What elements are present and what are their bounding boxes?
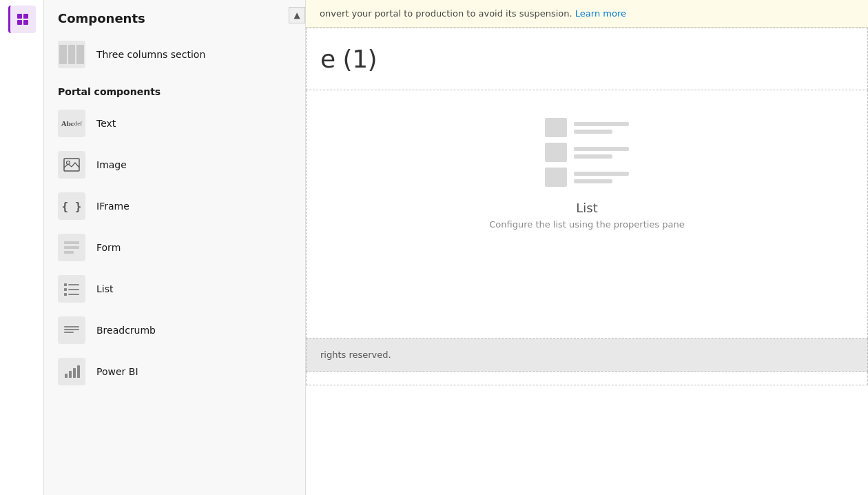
svg-rect-6 <box>64 241 79 244</box>
footer-text: rights reserved. <box>320 350 391 360</box>
component-item-list[interactable]: List <box>44 268 305 310</box>
col-bar-2 <box>68 45 76 64</box>
image-component-icon <box>58 151 85 179</box>
list-row-line-2b <box>574 154 612 159</box>
svg-rect-15 <box>64 329 79 330</box>
component-item-form[interactable]: Form <box>44 227 305 268</box>
svg-rect-3 <box>23 20 28 25</box>
components-panel: Components ▲ Three columns section Porta… <box>44 0 306 495</box>
banner-link[interactable]: Learn more <box>575 8 626 19</box>
component-item-image[interactable]: Image <box>44 144 305 185</box>
list-row-line-1b <box>574 130 612 134</box>
component-item-iframe[interactable]: { } IFrame <box>44 185 305 227</box>
list-row-3 <box>545 168 629 187</box>
svg-rect-9 <box>64 283 67 286</box>
list-row-line-3a <box>574 172 629 176</box>
component-item-three-columns[interactable]: Three columns section <box>44 34 305 75</box>
list-row-sq-2 <box>545 143 567 162</box>
canvas-area: e (1) <box>306 28 868 495</box>
svg-rect-17 <box>64 332 74 333</box>
list-row-lines-2 <box>574 147 629 159</box>
page-title-section[interactable]: e (1) <box>306 28 868 90</box>
main-content: onvert your portal to production to avoi… <box>306 0 868 495</box>
svg-rect-20 <box>73 368 76 378</box>
svg-rect-0 <box>17 14 22 19</box>
list-row-lines-3 <box>574 172 629 183</box>
collapse-button[interactable]: ▲ <box>289 7 305 23</box>
svg-rect-18 <box>65 374 68 378</box>
banner: onvert your portal to production to avoi… <box>306 0 868 28</box>
svg-rect-8 <box>64 251 74 254</box>
footer-section: rights reserved. <box>306 339 868 372</box>
banner-text: onvert your portal to production to avoi… <box>320 8 572 19</box>
three-columns-icon <box>58 41 85 68</box>
svg-rect-10 <box>68 284 79 285</box>
list-empty-subtitle: Configure the list using the properties … <box>489 219 684 230</box>
svg-rect-11 <box>64 288 67 291</box>
page-title-text: e (1) <box>320 45 377 73</box>
svg-rect-12 <box>68 289 79 290</box>
panel-title: Components <box>44 0 305 34</box>
portal-components-header: Portal components <box>44 75 305 103</box>
list-empty-title: List <box>576 201 597 215</box>
image-label: Image <box>96 159 127 170</box>
powerbi-component-icon <box>58 358 85 385</box>
list-row-1 <box>545 118 629 137</box>
list-placeholder: List Configure the list using the proper… <box>489 118 684 230</box>
bottom-divider <box>306 372 868 385</box>
breadcrumb-component-icon <box>58 316 85 344</box>
list-row-sq-1 <box>545 118 567 137</box>
svg-rect-1 <box>23 14 28 19</box>
list-component-icon <box>58 275 85 303</box>
svg-rect-14 <box>68 294 79 295</box>
col-bar-3 <box>76 45 84 64</box>
iframe-label: IFrame <box>96 201 130 212</box>
text-label: Text <box>96 118 116 129</box>
powerbi-label: Power BI <box>96 366 138 377</box>
svg-rect-7 <box>64 246 79 249</box>
col-bar-1 <box>59 45 67 64</box>
list-section[interactable]: List Configure the list using the proper… <box>306 90 868 339</box>
svg-rect-13 <box>64 293 67 296</box>
breadcrumb-label: Breadcrumb <box>96 325 156 336</box>
three-columns-label: Three columns section <box>96 49 205 60</box>
component-item-text[interactable]: Abcdef Text <box>44 103 305 144</box>
list-row-line-1a <box>574 122 629 126</box>
svg-rect-16 <box>64 326 79 327</box>
text-component-icon: Abcdef <box>58 110 85 137</box>
list-row-2 <box>545 143 629 162</box>
svg-rect-19 <box>69 371 72 378</box>
svg-rect-2 <box>17 20 22 25</box>
form-label: Form <box>96 242 121 253</box>
list-row-line-3b <box>574 179 612 183</box>
form-component-icon <box>58 234 85 261</box>
list-row-sq-3 <box>545 168 567 187</box>
left-navigation <box>0 0 44 495</box>
nav-components-icon[interactable] <box>8 6 36 33</box>
component-item-powerbi[interactable]: Power BI <box>44 351 305 392</box>
list-row-lines-1 <box>574 122 629 134</box>
component-item-breadcrumb[interactable]: Breadcrumb <box>44 310 305 351</box>
iframe-component-icon: { } <box>58 192 85 220</box>
list-label: List <box>96 283 113 294</box>
list-row-line-2a <box>574 147 629 151</box>
list-rows-icon <box>545 118 629 187</box>
svg-rect-21 <box>77 365 80 378</box>
